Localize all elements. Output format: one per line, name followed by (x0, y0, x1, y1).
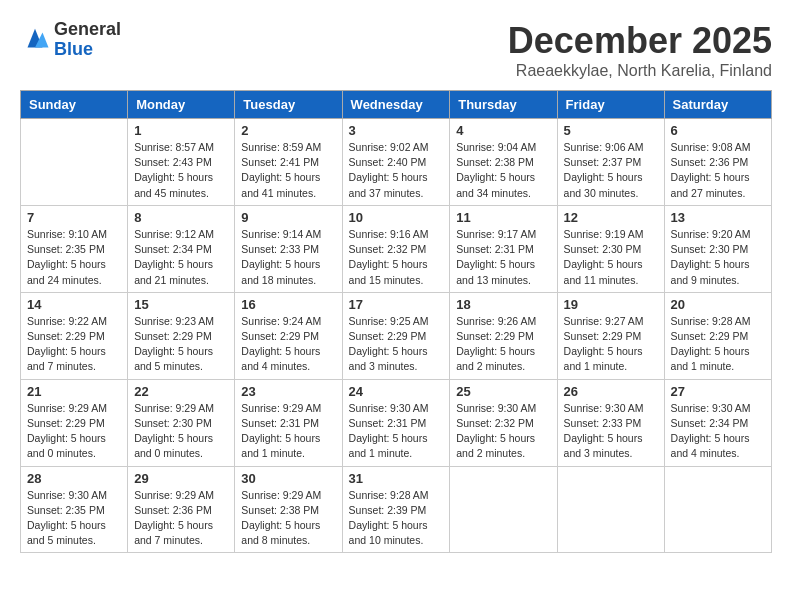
day-number: 23 (241, 384, 335, 399)
calendar-week-5: 28Sunrise: 9:30 AMSunset: 2:35 PMDayligh… (21, 466, 772, 553)
day-number: 18 (456, 297, 550, 312)
day-number: 25 (456, 384, 550, 399)
calendar-cell: 18Sunrise: 9:26 AMSunset: 2:29 PMDayligh… (450, 292, 557, 379)
day-info: Sunrise: 9:14 AMSunset: 2:33 PMDaylight:… (241, 227, 335, 288)
calendar-cell: 31Sunrise: 9:28 AMSunset: 2:39 PMDayligh… (342, 466, 450, 553)
day-number: 27 (671, 384, 765, 399)
day-info: Sunrise: 9:29 AMSunset: 2:38 PMDaylight:… (241, 488, 335, 549)
logo-blue: Blue (54, 40, 121, 60)
weekday-header-monday: Monday (128, 91, 235, 119)
calendar-cell: 24Sunrise: 9:30 AMSunset: 2:31 PMDayligh… (342, 379, 450, 466)
calendar-cell (557, 466, 664, 553)
calendar-cell: 17Sunrise: 9:25 AMSunset: 2:29 PMDayligh… (342, 292, 450, 379)
calendar-cell: 3Sunrise: 9:02 AMSunset: 2:40 PMDaylight… (342, 119, 450, 206)
day-info: Sunrise: 9:30 AMSunset: 2:34 PMDaylight:… (671, 401, 765, 462)
day-number: 8 (134, 210, 228, 225)
day-info: Sunrise: 9:26 AMSunset: 2:29 PMDaylight:… (456, 314, 550, 375)
calendar-cell: 2Sunrise: 8:59 AMSunset: 2:41 PMDaylight… (235, 119, 342, 206)
day-number: 16 (241, 297, 335, 312)
logo: General Blue (20, 20, 121, 60)
day-number: 13 (671, 210, 765, 225)
day-number: 19 (564, 297, 658, 312)
day-info: Sunrise: 9:10 AMSunset: 2:35 PMDaylight:… (27, 227, 121, 288)
day-number: 10 (349, 210, 444, 225)
calendar-cell: 30Sunrise: 9:29 AMSunset: 2:38 PMDayligh… (235, 466, 342, 553)
calendar-cell: 16Sunrise: 9:24 AMSunset: 2:29 PMDayligh… (235, 292, 342, 379)
calendar-cell: 19Sunrise: 9:27 AMSunset: 2:29 PMDayligh… (557, 292, 664, 379)
weekday-header-saturday: Saturday (664, 91, 771, 119)
day-info: Sunrise: 9:25 AMSunset: 2:29 PMDaylight:… (349, 314, 444, 375)
calendar-cell: 5Sunrise: 9:06 AMSunset: 2:37 PMDaylight… (557, 119, 664, 206)
calendar-cell: 11Sunrise: 9:17 AMSunset: 2:31 PMDayligh… (450, 205, 557, 292)
calendar-cell (664, 466, 771, 553)
title-section: December 2025 Raeaekkylae, North Karelia… (508, 20, 772, 80)
calendar-cell: 9Sunrise: 9:14 AMSunset: 2:33 PMDaylight… (235, 205, 342, 292)
day-info: Sunrise: 9:24 AMSunset: 2:29 PMDaylight:… (241, 314, 335, 375)
day-info: Sunrise: 9:02 AMSunset: 2:40 PMDaylight:… (349, 140, 444, 201)
calendar-cell: 25Sunrise: 9:30 AMSunset: 2:32 PMDayligh… (450, 379, 557, 466)
calendar-cell: 29Sunrise: 9:29 AMSunset: 2:36 PMDayligh… (128, 466, 235, 553)
calendar-cell: 4Sunrise: 9:04 AMSunset: 2:38 PMDaylight… (450, 119, 557, 206)
day-number: 4 (456, 123, 550, 138)
day-info: Sunrise: 9:16 AMSunset: 2:32 PMDaylight:… (349, 227, 444, 288)
weekday-header-tuesday: Tuesday (235, 91, 342, 119)
day-info: Sunrise: 9:30 AMSunset: 2:31 PMDaylight:… (349, 401, 444, 462)
day-number: 17 (349, 297, 444, 312)
calendar-week-3: 14Sunrise: 9:22 AMSunset: 2:29 PMDayligh… (21, 292, 772, 379)
day-info: Sunrise: 9:30 AMSunset: 2:32 PMDaylight:… (456, 401, 550, 462)
day-number: 3 (349, 123, 444, 138)
day-number: 26 (564, 384, 658, 399)
day-info: Sunrise: 9:08 AMSunset: 2:36 PMDaylight:… (671, 140, 765, 201)
weekday-header-friday: Friday (557, 91, 664, 119)
day-info: Sunrise: 8:57 AMSunset: 2:43 PMDaylight:… (134, 140, 228, 201)
calendar-week-2: 7Sunrise: 9:10 AMSunset: 2:35 PMDaylight… (21, 205, 772, 292)
calendar-cell: 7Sunrise: 9:10 AMSunset: 2:35 PMDaylight… (21, 205, 128, 292)
calendar-cell: 23Sunrise: 9:29 AMSunset: 2:31 PMDayligh… (235, 379, 342, 466)
calendar-cell (21, 119, 128, 206)
day-info: Sunrise: 9:12 AMSunset: 2:34 PMDaylight:… (134, 227, 228, 288)
day-info: Sunrise: 9:19 AMSunset: 2:30 PMDaylight:… (564, 227, 658, 288)
day-number: 20 (671, 297, 765, 312)
weekday-header-wednesday: Wednesday (342, 91, 450, 119)
calendar-header-row: SundayMondayTuesdayWednesdayThursdayFrid… (21, 91, 772, 119)
day-info: Sunrise: 9:28 AMSunset: 2:29 PMDaylight:… (671, 314, 765, 375)
day-number: 29 (134, 471, 228, 486)
logo-general: General (54, 20, 121, 40)
day-number: 2 (241, 123, 335, 138)
day-number: 21 (27, 384, 121, 399)
day-info: Sunrise: 9:22 AMSunset: 2:29 PMDaylight:… (27, 314, 121, 375)
logo-text: General Blue (54, 20, 121, 60)
day-info: Sunrise: 9:27 AMSunset: 2:29 PMDaylight:… (564, 314, 658, 375)
day-number: 24 (349, 384, 444, 399)
day-info: Sunrise: 9:28 AMSunset: 2:39 PMDaylight:… (349, 488, 444, 549)
calendar-cell: 12Sunrise: 9:19 AMSunset: 2:30 PMDayligh… (557, 205, 664, 292)
logo-icon (20, 25, 50, 55)
day-number: 15 (134, 297, 228, 312)
day-info: Sunrise: 9:29 AMSunset: 2:36 PMDaylight:… (134, 488, 228, 549)
calendar-week-4: 21Sunrise: 9:29 AMSunset: 2:29 PMDayligh… (21, 379, 772, 466)
calendar-cell (450, 466, 557, 553)
calendar-week-1: 1Sunrise: 8:57 AMSunset: 2:43 PMDaylight… (21, 119, 772, 206)
month-title: December 2025 (508, 20, 772, 62)
day-info: Sunrise: 9:29 AMSunset: 2:30 PMDaylight:… (134, 401, 228, 462)
day-number: 28 (27, 471, 121, 486)
day-info: Sunrise: 9:30 AMSunset: 2:33 PMDaylight:… (564, 401, 658, 462)
day-number: 31 (349, 471, 444, 486)
calendar-cell: 8Sunrise: 9:12 AMSunset: 2:34 PMDaylight… (128, 205, 235, 292)
page-header: General Blue December 2025 Raeaekkylae, … (20, 20, 772, 80)
day-info: Sunrise: 9:29 AMSunset: 2:29 PMDaylight:… (27, 401, 121, 462)
calendar-table: SundayMondayTuesdayWednesdayThursdayFrid… (20, 90, 772, 553)
day-info: Sunrise: 9:17 AMSunset: 2:31 PMDaylight:… (456, 227, 550, 288)
day-number: 9 (241, 210, 335, 225)
day-number: 12 (564, 210, 658, 225)
day-info: Sunrise: 9:23 AMSunset: 2:29 PMDaylight:… (134, 314, 228, 375)
calendar-cell: 28Sunrise: 9:30 AMSunset: 2:35 PMDayligh… (21, 466, 128, 553)
weekday-header-sunday: Sunday (21, 91, 128, 119)
day-number: 1 (134, 123, 228, 138)
day-info: Sunrise: 9:30 AMSunset: 2:35 PMDaylight:… (27, 488, 121, 549)
calendar-cell: 21Sunrise: 9:29 AMSunset: 2:29 PMDayligh… (21, 379, 128, 466)
day-info: Sunrise: 8:59 AMSunset: 2:41 PMDaylight:… (241, 140, 335, 201)
day-info: Sunrise: 9:04 AMSunset: 2:38 PMDaylight:… (456, 140, 550, 201)
day-number: 22 (134, 384, 228, 399)
day-info: Sunrise: 9:20 AMSunset: 2:30 PMDaylight:… (671, 227, 765, 288)
